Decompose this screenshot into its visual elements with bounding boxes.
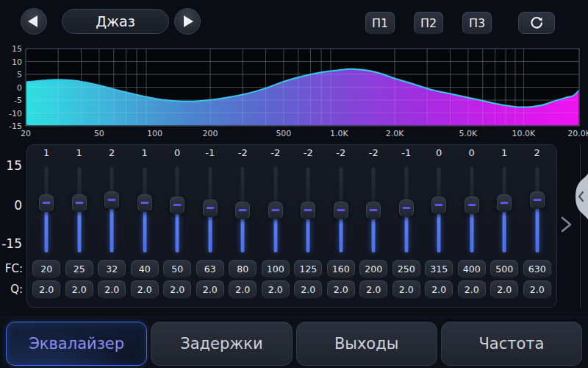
thumb-grip-icon: [75, 202, 83, 204]
q-value-button[interactable]: 2.0: [490, 280, 518, 298]
fc-value-button[interactable]: 630: [523, 260, 551, 277]
preset-name-display[interactable]: Джаз: [62, 9, 169, 34]
slider-thumb[interactable]: [465, 197, 479, 214]
tab-bar: ЭквалайзерЗадержкиВыходыЧастота: [0, 316, 588, 368]
tab-частота[interactable]: Частота: [441, 322, 582, 366]
slider-thumb[interactable]: [104, 191, 119, 209]
q-value-button[interactable]: 2.0: [32, 280, 60, 298]
band-gain-value: 2: [521, 147, 554, 158]
band-80: -2802.0: [226, 145, 259, 307]
q-value-button[interactable]: 2.0: [458, 280, 486, 298]
band-400: 04002.0: [456, 145, 489, 307]
band-gain-slider[interactable]: [136, 167, 154, 252]
q-value-button[interactable]: 2.0: [327, 280, 355, 298]
band-gain-slider[interactable]: [168, 167, 186, 252]
band-gain-value: -2: [357, 147, 390, 158]
slider-thumb[interactable]: [203, 199, 218, 217]
band-gain-slider[interactable]: [103, 167, 121, 252]
slider-thumb[interactable]: [530, 191, 545, 209]
band-315: 03152.0: [423, 145, 456, 307]
next-bands-page-button[interactable]: [556, 215, 576, 234]
bands-row: 1202.01252.02322.01402.00502.0-1632.0-28…: [27, 145, 556, 307]
band-gain-slider[interactable]: [267, 167, 284, 252]
fc-value-button[interactable]: 40: [131, 260, 159, 277]
fc-value-button[interactable]: 25: [65, 260, 93, 277]
slider-thumb[interactable]: [334, 202, 348, 219]
band-32: 2322.0: [96, 145, 129, 307]
preset-slot-3-button[interactable]: П3: [462, 12, 492, 34]
band-gain-slider[interactable]: [299, 167, 317, 252]
next-preset-button[interactable]: [174, 8, 201, 35]
q-value-button[interactable]: 2.0: [98, 280, 126, 298]
band-gain-slider[interactable]: [332, 167, 350, 252]
fc-value-button[interactable]: 63: [196, 260, 224, 277]
band-gain-value: -2: [259, 147, 293, 158]
band-gain-value: 1: [488, 147, 521, 158]
band-25: 1252.0: [63, 145, 96, 307]
fc-value-button[interactable]: 125: [294, 260, 322, 277]
q-value-button[interactable]: 2.0: [523, 280, 551, 298]
band-gain-slider[interactable]: [463, 167, 481, 252]
q-value-button[interactable]: 2.0: [163, 280, 191, 298]
preset-memory-buttons: П1П2П3: [365, 12, 492, 34]
preset-slot-1-button[interactable]: П1: [365, 12, 395, 34]
fc-value-button[interactable]: 250: [392, 260, 420, 277]
slider-thumb[interactable]: [431, 197, 446, 214]
q-value-button[interactable]: 2.0: [262, 280, 290, 298]
slider-thumb[interactable]: [39, 194, 54, 212]
fc-value-button[interactable]: 80: [229, 260, 257, 277]
slider-thumb[interactable]: [137, 194, 152, 212]
slider-thumb[interactable]: [301, 202, 315, 219]
prev-preset-button[interactable]: [21, 8, 47, 35]
q-value-button[interactable]: 2.0: [229, 280, 257, 298]
slider-thumb[interactable]: [72, 194, 87, 212]
band-630: 26302.0: [521, 145, 554, 307]
fc-value-button[interactable]: 500: [490, 260, 518, 277]
fc-value-button[interactable]: 315: [425, 260, 453, 277]
q-value-button[interactable]: 2.0: [359, 280, 387, 298]
band-gain-slider[interactable]: [37, 167, 55, 252]
x-tick-label: 200: [203, 129, 218, 138]
band-gain-value: -1: [390, 147, 423, 158]
tab-эквалайзер[interactable]: Эквалайзер: [6, 322, 147, 366]
band-gain-slider[interactable]: [430, 167, 448, 252]
x-tick-label: 1.0K: [330, 129, 348, 138]
tab-задержки[interactable]: Задержки: [151, 322, 292, 366]
slider-thumb[interactable]: [497, 194, 512, 212]
fc-value-button[interactable]: 20: [32, 260, 60, 277]
fc-value-button[interactable]: 200: [359, 260, 387, 277]
preset-slot-2-button[interactable]: П2: [414, 12, 443, 34]
band-gain-slider[interactable]: [71, 167, 88, 252]
slider-thumb[interactable]: [170, 197, 184, 214]
slider-thumb[interactable]: [235, 202, 250, 219]
fc-value-button[interactable]: 400: [458, 260, 486, 277]
slider-thumb[interactable]: [399, 199, 414, 217]
band-gain-slider[interactable]: [365, 167, 382, 252]
fc-value-button[interactable]: 160: [327, 260, 355, 277]
band-gain-slider[interactable]: [234, 167, 251, 252]
q-value-button[interactable]: 2.0: [425, 280, 453, 298]
q-value-button[interactable]: 2.0: [294, 280, 322, 298]
slider-scale-zero: 0: [0, 198, 22, 213]
q-value-button[interactable]: 2.0: [196, 280, 224, 298]
reset-eq-button[interactable]: [518, 12, 555, 34]
drawer-handle[interactable]: [576, 174, 588, 219]
fc-value-button[interactable]: 100: [262, 260, 290, 277]
band-gain-slider[interactable]: [201, 167, 219, 252]
q-value-button[interactable]: 2.0: [131, 280, 159, 298]
band-500: 15002.0: [488, 145, 521, 307]
y-tick-label: -5: [14, 96, 22, 105]
band-gain-slider[interactable]: [495, 167, 513, 252]
band-gain-slider[interactable]: [528, 167, 546, 252]
q-value-button[interactable]: 2.0: [392, 280, 420, 298]
slider-thumb[interactable]: [268, 202, 283, 219]
q-value-button[interactable]: 2.0: [65, 280, 93, 298]
fc-value-button[interactable]: 50: [163, 260, 191, 277]
eq-bands-panel: 1202.01252.02322.01402.00502.0-1632.0-28…: [26, 144, 557, 308]
band-63: -1632.0: [194, 145, 227, 307]
equalizer-screen: Джаз П1П2П3 151050-5-10-1520501002005001…: [0, 0, 588, 368]
fc-value-button[interactable]: 32: [98, 260, 126, 277]
tab-выходы[interactable]: Выходы: [296, 322, 437, 366]
slider-thumb[interactable]: [366, 202, 381, 219]
band-gain-slider[interactable]: [398, 167, 415, 252]
